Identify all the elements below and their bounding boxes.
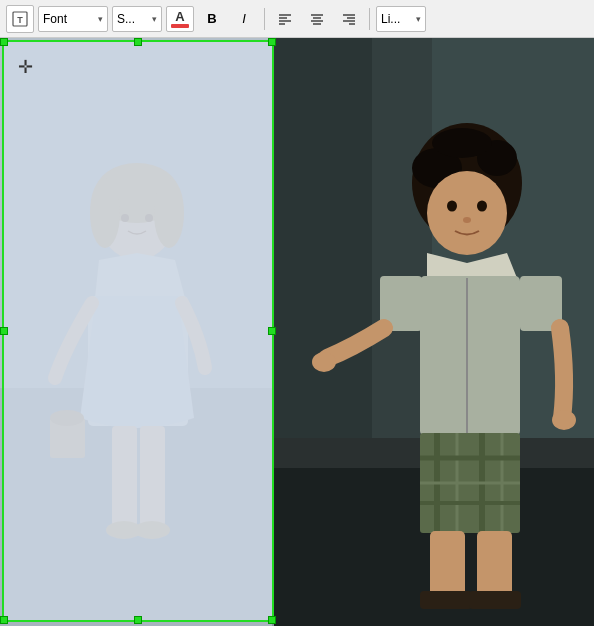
resize-handle-top-left[interactable] [0,38,8,46]
svg-rect-27 [420,276,520,436]
color-label: A [175,10,184,23]
size-dropdown-arrow: ▾ [152,14,157,24]
text-box-selected[interactable]: ✛ [2,40,274,622]
align-center-icon [310,12,324,26]
color-button[interactable]: A [166,6,194,32]
svg-rect-41 [420,591,472,609]
move-cursor-icon: ✛ [18,56,33,78]
svg-point-44 [552,410,576,430]
font-dropdown-arrow: ▾ [98,14,103,24]
font-dropdown[interactable]: Font ▾ [38,6,108,32]
svg-point-43 [312,352,336,372]
svg-point-22 [432,128,492,158]
svg-point-23 [427,171,507,255]
divider-1 [264,8,265,30]
resize-handle-middle-right[interactable] [268,327,276,335]
svg-point-25 [477,201,487,212]
svg-rect-39 [430,531,465,596]
size-dropdown[interactable]: S... ▾ [112,6,162,32]
canvas-area: ✛ [0,38,594,626]
svg-point-26 [463,217,471,223]
right-photo-svg [272,38,594,626]
italic-label: I [242,11,246,26]
font-label: Font [43,12,67,26]
bold-label: B [207,11,216,26]
resize-handle-bottom-center[interactable] [134,616,142,624]
svg-point-24 [447,201,457,212]
line-spacing-dropdown[interactable]: Li... ▾ [376,6,426,32]
svg-rect-42 [469,591,521,609]
text-tool-button[interactable]: T [6,5,34,33]
align-center-button[interactable] [303,6,331,32]
divider-2 [369,8,370,30]
resize-handle-top-center[interactable] [134,38,142,46]
toolbar: T Font ▾ S... ▾ A B I [0,0,594,38]
italic-button[interactable]: I [230,6,258,32]
size-label: S... [117,12,135,26]
resize-handle-bottom-left[interactable] [0,616,8,624]
lines-label: Li... [381,12,400,26]
resize-handle-middle-left[interactable] [0,327,8,335]
lines-dropdown-arrow: ▾ [416,14,421,24]
resize-handle-top-right[interactable] [268,38,276,46]
bold-button[interactable]: B [198,6,226,32]
align-right-icon [342,12,356,26]
align-left-icon [278,12,292,26]
align-right-button[interactable] [335,6,363,32]
resize-handle-bottom-right[interactable] [268,616,276,624]
text-tool-icon: T [12,11,28,27]
svg-rect-40 [477,531,512,596]
photo-right [272,38,594,626]
color-bar [171,24,189,28]
align-left-button[interactable] [271,6,299,32]
svg-text:T: T [17,15,23,25]
